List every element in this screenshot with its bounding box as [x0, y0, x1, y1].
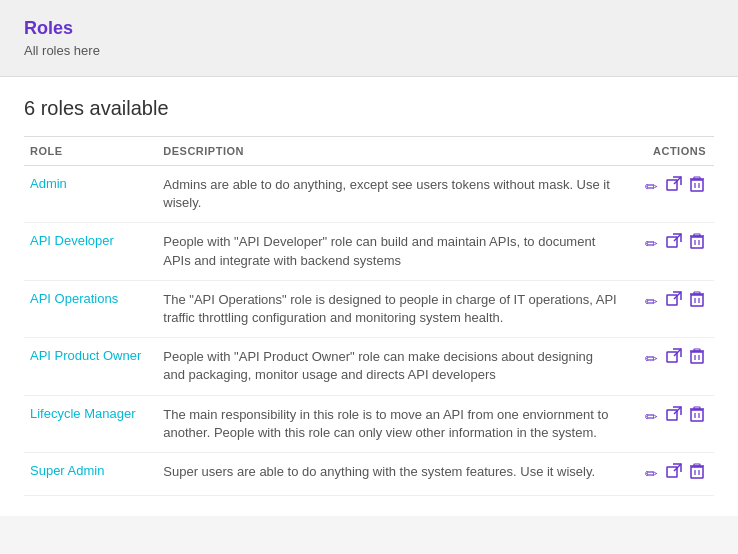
actions-cell: ✏ [624, 338, 714, 395]
edit-button[interactable]: ✏ [641, 291, 662, 313]
delete-button[interactable] [686, 404, 708, 427]
table-row: AdminAdmins are able to do anything, exc… [24, 166, 714, 223]
svg-rect-4 [694, 177, 700, 179]
open-button[interactable] [662, 289, 686, 312]
role-description: People with "API Product Owner" role can… [163, 349, 593, 382]
delete-button[interactable] [686, 289, 708, 312]
svg-rect-11 [694, 234, 700, 236]
edit-button[interactable]: ✏ [641, 233, 662, 255]
role-description: The main responsibility in this role is … [163, 407, 608, 440]
page-subtitle: All roles here [24, 43, 714, 58]
actions-cell: ✏ [624, 452, 714, 495]
table-row: API DeveloperPeople with "API Developer"… [24, 223, 714, 280]
role-name-link[interactable]: API Developer [30, 231, 124, 248]
role-name-link[interactable]: Lifecycle Manager [30, 404, 146, 421]
table-row: API Product OwnerPeople with "API Produc… [24, 338, 714, 395]
table-row: Super AdminSuper users are able to do an… [24, 452, 714, 495]
table-row: API OperationsThe "API Operations" role … [24, 280, 714, 337]
open-button[interactable] [662, 346, 686, 369]
svg-rect-16 [691, 295, 703, 306]
delete-button[interactable] [686, 346, 708, 369]
role-description: Super users are able to do anything with… [163, 464, 595, 479]
role-name-link[interactable]: Admin [30, 174, 77, 191]
roles-table: ROLE DESCRIPTION ACTIONS AdminAdmins are… [24, 136, 714, 496]
actions-cell: ✏ [624, 223, 714, 280]
edit-button[interactable]: ✏ [641, 348, 662, 370]
svg-rect-37 [691, 467, 703, 478]
main-content: 6 roles available ROLE DESCRIPTION ACTIO… [0, 77, 738, 516]
svg-rect-9 [691, 237, 703, 248]
role-description: People with "API Developer" role can bui… [163, 234, 595, 267]
delete-button[interactable] [686, 461, 708, 484]
role-name-link[interactable]: Super Admin [30, 461, 114, 478]
col-header-actions: ACTIONS [624, 137, 714, 166]
edit-button[interactable]: ✏ [641, 406, 662, 428]
header: Roles All roles here [0, 0, 738, 77]
actions-cell: ✏ [624, 166, 714, 223]
open-button[interactable] [662, 231, 686, 254]
open-button[interactable] [662, 461, 686, 484]
svg-rect-2 [691, 180, 703, 191]
role-name-link[interactable]: API Operations [30, 289, 128, 306]
svg-rect-30 [691, 410, 703, 421]
role-name-link[interactable]: API Product Owner [30, 346, 151, 363]
col-header-role: ROLE [24, 137, 157, 166]
table-row: Lifecycle ManagerThe main responsibility… [24, 395, 714, 452]
roles-count-label: 6 roles available [24, 97, 714, 120]
svg-rect-23 [691, 352, 703, 363]
svg-rect-32 [694, 407, 700, 409]
open-button[interactable] [662, 404, 686, 427]
svg-rect-18 [694, 292, 700, 294]
edit-button[interactable]: ✏ [641, 176, 662, 198]
open-button[interactable] [662, 174, 686, 197]
page-title: Roles [24, 18, 714, 39]
actions-cell: ✏ [624, 395, 714, 452]
edit-button[interactable]: ✏ [641, 463, 662, 485]
actions-cell: ✏ [624, 280, 714, 337]
role-description: Admins are able to do anything, except s… [163, 177, 610, 210]
role-description: The "API Operations" role is designed to… [163, 292, 616, 325]
delete-button[interactable] [686, 231, 708, 254]
delete-button[interactable] [686, 174, 708, 197]
svg-rect-25 [694, 349, 700, 351]
svg-rect-39 [694, 464, 700, 466]
col-header-description: DESCRIPTION [157, 137, 624, 166]
